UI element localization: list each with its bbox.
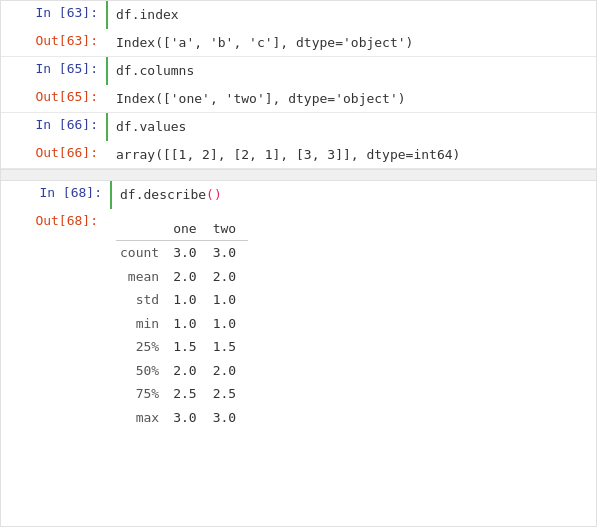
cell-one: 2.5 [169, 382, 208, 406]
cell-65: In [65]: df.columns Out[65]: Index(['one… [1, 57, 596, 113]
table-row: 75% 2.5 2.5 [116, 382, 248, 406]
cell-two: 2.0 [209, 265, 248, 289]
cell-68: In [68]: df.describe() Out[68]: one two … [1, 181, 596, 433]
cell-one: 1.0 [169, 288, 208, 312]
table-row: min 1.0 1.0 [116, 312, 248, 336]
cell-65-output: Out[65]: Index(['one', 'two'], dtype='ob… [1, 85, 596, 113]
table-row: 50% 2.0 2.0 [116, 359, 248, 383]
output-68-table: one two count 3.0 3.0 mean 2.0 2.0 std 1… [106, 209, 596, 434]
row-label: 25% [116, 335, 169, 359]
row-label: 50% [116, 359, 169, 383]
row-label: std [116, 288, 169, 312]
prompt-out-65: Out[65]: [1, 85, 106, 108]
cell-two: 3.0 [209, 241, 248, 265]
table-row: count 3.0 3.0 [116, 241, 248, 265]
cell-63: In [63]: df.index Out[63]: Index(['a', '… [1, 1, 596, 57]
code-68[interactable]: df.describe() [110, 181, 596, 209]
cell-63-input: In [63]: df.index [1, 1, 596, 29]
cell-two: 3.0 [209, 406, 248, 430]
code-66[interactable]: df.values [106, 113, 596, 141]
cell-one: 1.0 [169, 312, 208, 336]
table-row: max 3.0 3.0 [116, 406, 248, 430]
row-label: min [116, 312, 169, 336]
cell-two: 1.5 [209, 335, 248, 359]
table-row: mean 2.0 2.0 [116, 265, 248, 289]
col-header-one: one [169, 217, 208, 241]
output-66: array([[1, 2], [2, 1], [3, 3]], dtype=in… [106, 141, 596, 169]
prompt-out-68: Out[68]: [1, 209, 106, 232]
prompt-in-66: In [66]: [1, 113, 106, 136]
output-63: Index(['a', 'b', 'c'], dtype='object') [106, 29, 596, 57]
cell-66-output: Out[66]: array([[1, 2], [2, 1], [3, 3]],… [1, 141, 596, 169]
cell-one: 3.0 [169, 241, 208, 265]
table-row: 25% 1.5 1.5 [116, 335, 248, 359]
cell-68-input: In [68]: df.describe() [1, 181, 596, 209]
prompt-in-68: In [68]: [5, 181, 110, 204]
code-65[interactable]: df.columns [106, 57, 596, 85]
table-row: std 1.0 1.0 [116, 288, 248, 312]
cell-one: 1.5 [169, 335, 208, 359]
row-label: 75% [116, 382, 169, 406]
cell-68-output: Out[68]: one two count 3.0 3.0 mean [1, 209, 596, 434]
cell-one: 2.0 [169, 359, 208, 383]
cell-65-input: In [65]: df.columns [1, 57, 596, 85]
row-label: mean [116, 265, 169, 289]
col-header-two: two [209, 217, 248, 241]
cell-separator [1, 169, 596, 181]
col-header-label [116, 217, 169, 241]
cell-63-output: Out[63]: Index(['a', 'b', 'c'], dtype='o… [1, 29, 596, 57]
prompt-out-63: Out[63]: [1, 29, 106, 52]
notebook: In [63]: df.index Out[63]: Index(['a', '… [0, 0, 597, 527]
row-label: count [116, 241, 169, 265]
cell-two: 1.0 [209, 312, 248, 336]
cell-two: 2.0 [209, 359, 248, 383]
cell-66-input: In [66]: df.values [1, 113, 596, 141]
row-label: max [116, 406, 169, 430]
output-65: Index(['one', 'two'], dtype='object') [106, 85, 596, 113]
prompt-in-63: In [63]: [1, 1, 106, 24]
cell-66: In [66]: df.values Out[66]: array([[1, 2… [1, 113, 596, 169]
cell-two: 2.5 [209, 382, 248, 406]
code-63[interactable]: df.index [106, 1, 596, 29]
cell-one: 2.0 [169, 265, 208, 289]
prompt-out-66: Out[66]: [1, 141, 106, 164]
prompt-in-65: In [65]: [1, 57, 106, 80]
cell-one: 3.0 [169, 406, 208, 430]
cell-two: 1.0 [209, 288, 248, 312]
describe-table: one two count 3.0 3.0 mean 2.0 2.0 std 1… [116, 217, 248, 430]
table-header-row: one two [116, 217, 248, 241]
